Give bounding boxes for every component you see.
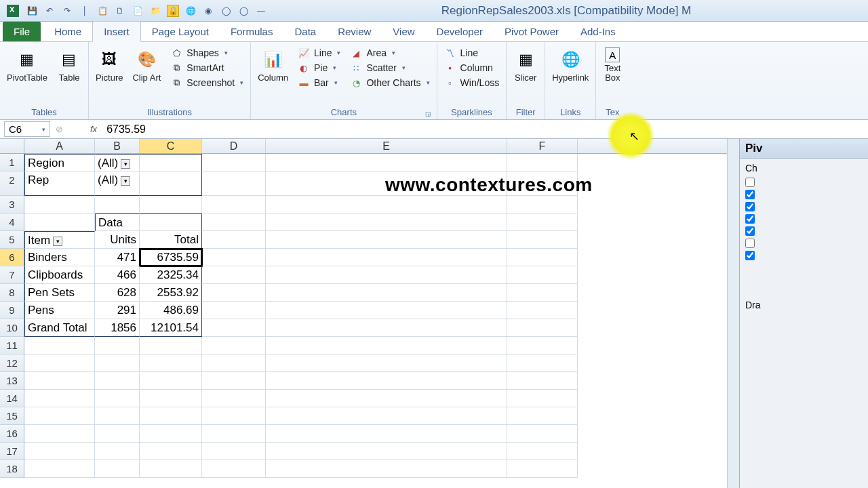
screenshot-button[interactable]: ⧉Screenshot▾ xyxy=(167,76,246,89)
cell[interactable]: 471 xyxy=(95,249,140,266)
filter-dropdown-icon[interactable]: ▾ xyxy=(121,159,130,169)
rowhdr[interactable]: 5 xyxy=(0,231,24,249)
cell[interactable] xyxy=(202,284,266,302)
rowhdr[interactable]: 13 xyxy=(0,372,24,390)
tab-view[interactable]: View xyxy=(382,22,425,41)
cell[interactable] xyxy=(202,443,266,460)
formula-value[interactable]: 6735.59 xyxy=(106,123,146,136)
cell[interactable] xyxy=(140,425,202,443)
rowhdr[interactable]: 8 xyxy=(0,284,24,302)
colhdr-b[interactable]: B xyxy=(95,139,140,153)
select-all-corner[interactable] xyxy=(0,139,24,153)
cell[interactable] xyxy=(24,407,95,425)
cell[interactable] xyxy=(202,249,266,266)
rowhdr[interactable]: 9 xyxy=(0,302,24,319)
cell[interactable] xyxy=(507,407,578,425)
rowhdr[interactable]: 3 xyxy=(0,196,24,214)
cell[interactable]: (All)▾ xyxy=(95,171,140,196)
cell[interactable] xyxy=(507,284,578,302)
cell[interactable] xyxy=(24,354,95,372)
cell[interactable] xyxy=(266,302,507,319)
cell[interactable] xyxy=(266,266,507,284)
cell[interactable] xyxy=(507,372,578,390)
cell[interactable] xyxy=(266,337,507,354)
cell[interactable] xyxy=(140,443,202,460)
tab-add-ins[interactable]: Add-Ins xyxy=(570,22,627,41)
cell[interactable]: 291 xyxy=(95,302,140,319)
cell[interactable] xyxy=(95,372,140,390)
vertical-scrollbar[interactable] xyxy=(727,139,739,488)
cell[interactable] xyxy=(266,231,507,249)
cell[interactable]: Pens xyxy=(24,302,95,319)
undo-icon[interactable]: ↶ xyxy=(43,5,56,17)
textbox-button[interactable]: A Text Box xyxy=(600,46,625,85)
field-check[interactable] xyxy=(740,201,868,213)
colhdr-e[interactable]: E xyxy=(266,139,507,153)
cell[interactable] xyxy=(202,214,266,231)
tab-developer[interactable]: Developer xyxy=(426,22,494,41)
fx-icon[interactable]: fx xyxy=(90,124,97,134)
cell[interactable] xyxy=(202,425,266,443)
field-check[interactable] xyxy=(740,188,868,201)
cell[interactable]: Pen Sets xyxy=(24,284,95,302)
filter-dropdown-icon[interactable]: ▾ xyxy=(121,176,130,186)
field-checkbox[interactable] xyxy=(745,202,755,211)
rowhdr[interactable]: 16 xyxy=(0,425,24,443)
cell[interactable]: Binders xyxy=(24,249,95,266)
cell[interactable] xyxy=(202,319,266,337)
sheet[interactable]: A B C D E F 1Region(All)▾2Rep(All)▾34Dat… xyxy=(0,139,727,488)
cell[interactable] xyxy=(266,196,507,214)
macro3-icon[interactable]: ◯ xyxy=(237,5,250,17)
cell[interactable] xyxy=(507,354,578,372)
rowhdr[interactable]: 2 xyxy=(0,171,24,196)
cell[interactable] xyxy=(140,407,202,425)
rowhdr[interactable]: 6 xyxy=(0,249,24,266)
cell[interactable] xyxy=(24,425,95,443)
tab-page-layout[interactable]: Page Layout xyxy=(141,22,220,41)
cell[interactable] xyxy=(95,390,140,407)
tab-review[interactable]: Review xyxy=(327,22,382,41)
cell[interactable]: Region xyxy=(24,154,95,171)
rowhdr[interactable]: 7 xyxy=(0,266,24,284)
cell[interactable] xyxy=(202,372,266,390)
field-checkbox[interactable] xyxy=(745,190,755,199)
cell[interactable]: 466 xyxy=(95,266,140,284)
charts-launcher-icon[interactable]: ◲ xyxy=(425,110,431,117)
cell[interactable] xyxy=(266,354,507,372)
cell[interactable] xyxy=(202,460,266,478)
colhdr-d[interactable]: D xyxy=(202,139,266,153)
clipart-button[interactable]: 🎨 Clip Art xyxy=(130,46,163,84)
cell[interactable] xyxy=(266,460,507,478)
tab-home[interactable]: Home xyxy=(43,22,92,41)
field-checkbox[interactable] xyxy=(745,178,755,187)
redo-icon[interactable]: ↷ xyxy=(61,5,73,17)
rowhdr[interactable]: 17 xyxy=(0,443,24,460)
rowhdr[interactable]: 1 xyxy=(0,154,24,171)
cell[interactable] xyxy=(140,196,202,214)
cell[interactable]: 628 xyxy=(95,284,140,302)
cell[interactable] xyxy=(95,337,140,354)
field-checkbox[interactable] xyxy=(745,226,755,236)
column-chart-button[interactable]: 📊 Column xyxy=(255,46,291,84)
pivottable-button[interactable]: ▦ PivotTable xyxy=(4,46,50,84)
field-check[interactable] xyxy=(740,176,868,188)
cell[interactable] xyxy=(202,231,266,249)
cell[interactable] xyxy=(507,319,578,337)
cell[interactable] xyxy=(266,154,507,171)
cell[interactable] xyxy=(266,284,507,302)
cell[interactable] xyxy=(202,302,266,319)
cell[interactable] xyxy=(507,196,578,214)
cell[interactable]: 2553.92 xyxy=(140,284,202,302)
field-check[interactable] xyxy=(740,249,868,262)
cell[interactable] xyxy=(24,214,95,231)
smartart-button[interactable]: ⧉SmartArt xyxy=(167,61,246,75)
cell[interactable] xyxy=(266,249,507,266)
bar-chart-button[interactable]: ▬Bar▾ xyxy=(295,76,343,89)
cell[interactable]: Grand Total xyxy=(24,319,95,337)
cell[interactable]: 12101.54 xyxy=(140,319,202,337)
tab-pivot-power[interactable]: Pivot Power xyxy=(494,22,570,41)
cell[interactable]: 486.69 xyxy=(140,302,202,319)
field-checkbox[interactable] xyxy=(745,214,755,224)
cell[interactable] xyxy=(202,266,266,284)
cell[interactable] xyxy=(95,443,140,460)
